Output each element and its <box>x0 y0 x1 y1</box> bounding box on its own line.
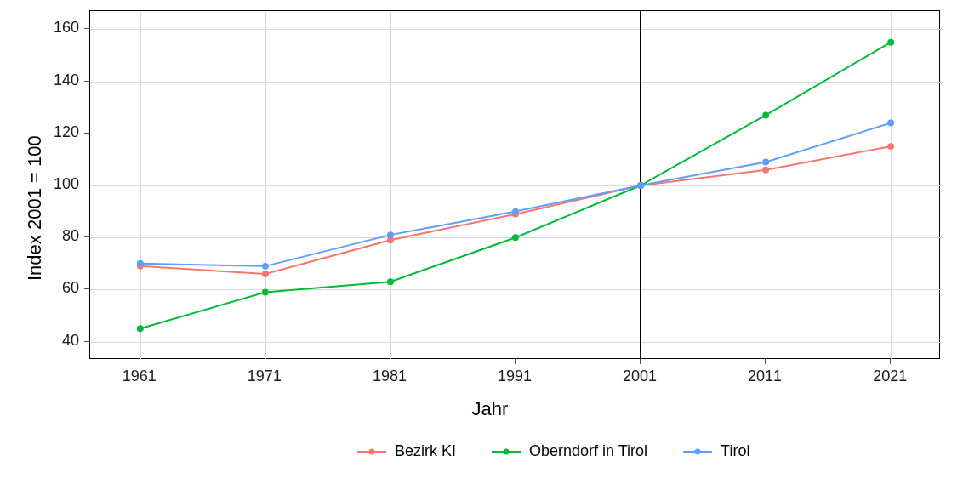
legend-item: Tirol <box>683 442 749 460</box>
x-tick-label: 2001 <box>623 368 657 385</box>
series-point <box>763 167 768 172</box>
legend-dot-icon <box>369 448 375 454</box>
series-line <box>140 123 891 266</box>
series-point <box>638 183 643 188</box>
y-tick-label: 60 <box>62 279 79 297</box>
legend-item: Oberndorf in Tirol <box>492 442 647 460</box>
legend-label: Tirol <box>721 442 749 460</box>
x-tick-label: 2011 <box>748 368 782 385</box>
legend-item: Bezirk KI <box>357 442 456 460</box>
series-point <box>763 112 768 117</box>
series-point <box>388 279 393 284</box>
x-tick-mark <box>515 359 516 364</box>
series-point <box>888 144 893 149</box>
x-tick-label: 1961 <box>122 368 157 385</box>
y-tick-label: 140 <box>54 71 79 89</box>
x-tick-label: 1991 <box>498 368 532 385</box>
y-tick-mark <box>84 288 89 289</box>
y-tick-label: 120 <box>54 123 79 141</box>
y-tick-mark <box>84 341 89 342</box>
y-tick-mark <box>84 28 89 29</box>
series-point <box>763 159 768 164</box>
series-point <box>138 326 143 331</box>
legend: Bezirk KIOberndorf in TirolTirol <box>357 442 749 460</box>
series-point <box>513 235 518 240</box>
x-tick-mark <box>765 359 766 364</box>
x-tick-label: 1971 <box>248 368 282 385</box>
plot-panel <box>89 10 940 359</box>
series-point <box>263 271 268 276</box>
chart-container: Index 2001 = 100 Jahr Bezirk KIOberndorf… <box>0 0 980 490</box>
series-point <box>513 208 518 214</box>
y-tick-mark <box>84 81 89 82</box>
legend-swatch <box>492 451 521 453</box>
y-tick-mark <box>84 236 89 237</box>
y-tick-mark <box>84 185 89 185</box>
legend-dot-icon <box>695 448 701 454</box>
legend-dot-icon <box>504 448 510 454</box>
series-line <box>140 43 891 329</box>
x-axis-title: Jahr <box>472 398 509 420</box>
y-tick-label: 100 <box>54 175 79 193</box>
series-point <box>263 289 268 294</box>
y-tick-label: 80 <box>62 227 79 245</box>
legend-swatch <box>683 451 712 453</box>
series-point <box>138 261 143 266</box>
series-point <box>888 120 893 125</box>
x-tick-mark <box>890 359 891 364</box>
x-tick-mark <box>265 359 265 364</box>
x-tick-mark <box>390 359 390 364</box>
x-tick-label: 1981 <box>373 368 407 385</box>
x-tick-mark <box>140 359 140 364</box>
y-tick-mark <box>84 133 89 134</box>
legend-swatch <box>357 451 386 453</box>
y-tick-label: 40 <box>62 332 79 350</box>
series-point <box>388 232 393 237</box>
series-point <box>888 40 893 45</box>
x-tick-mark <box>640 359 641 364</box>
series-point <box>263 264 268 269</box>
series-layer <box>90 11 941 360</box>
y-axis-title: Index 2001 = 100 <box>24 135 46 281</box>
x-tick-label: 2021 <box>873 368 907 385</box>
legend-label: Bezirk KI <box>395 442 456 460</box>
y-tick-label: 160 <box>54 19 79 37</box>
legend-label: Oberndorf in Tirol <box>529 442 647 460</box>
